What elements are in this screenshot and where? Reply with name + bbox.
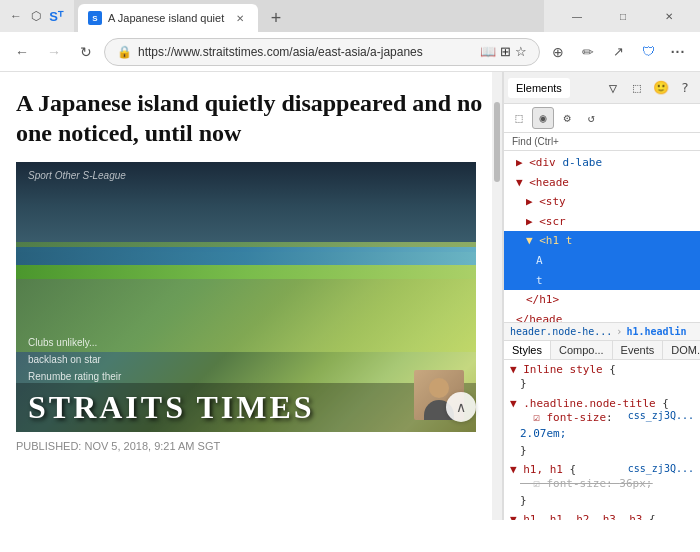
devtools-tab-bar: Elements ▽ ⬚ 🙂 ? — [504, 72, 700, 104]
title-bar-icons: ← ⬡ Sᵀ — [8, 8, 64, 24]
hub-button[interactable]: ⊕ — [544, 38, 572, 66]
style-rule-inline: ▼ Inline style { } — [510, 363, 694, 393]
address-bar-icons: 📖 ⊞ ☆ — [480, 44, 527, 59]
tree-node-header-close[interactable]: </heade — [504, 310, 700, 322]
tree-node-h1[interactable]: ▼ <h1 t — [504, 231, 700, 251]
computed-tab[interactable]: Compo... — [551, 341, 613, 359]
shield-icon: 🛡 — [642, 44, 655, 59]
devtools-search-bar: Find (Ctrl+ — [504, 133, 700, 151]
gear-icon: ⚙ — [563, 111, 570, 125]
refresh-button[interactable]: ↻ — [72, 38, 100, 66]
find-label: Find (Ctrl+ — [508, 135, 696, 148]
devtools-tree: ▶ <div d-labe ▼ <heade ▶ <sty ▶ <scr ▼ <… — [504, 151, 700, 322]
image-sub3: backlash on star — [28, 353, 416, 366]
new-tab-button[interactable]: + — [262, 4, 290, 32]
share-button[interactable]: ↗ — [604, 38, 632, 66]
style-prop-fontsize-36: ☑ font-size: 36px; — [510, 476, 694, 493]
scroll-up-icon: ∧ — [456, 399, 466, 415]
smiley-face-icon: 🙂 — [653, 80, 669, 95]
devtools-tab-icons: ▽ ⬚ 🙂 ? — [602, 77, 696, 99]
devtools-panel: Elements ▽ ⬚ 🙂 ? ⬚ — [503, 72, 700, 520]
tree-node-h1-close[interactable]: </h1> — [504, 290, 700, 310]
devtools-tab-elements[interactable]: Elements — [508, 78, 570, 98]
devtools-styles-panel: Styles Compo... Events DOM... ▼ Inline s… — [504, 340, 700, 520]
tree-node-style[interactable]: ▶ <sty — [504, 192, 700, 212]
image-overlay-text: Sport Other S-League — [28, 170, 464, 181]
image-newspaper-name: STRAITS TIMES — [16, 383, 476, 432]
style-rule-h1: ▼ h1, h1 css_zj3Q... { ☑ font-size: 36px… — [510, 463, 694, 509]
image-sub2: Clubs unlikely... — [28, 336, 416, 349]
image-sub1: Sport Other S-League — [28, 170, 464, 181]
published-text: PUBLISHED: NOV 5, 2018, 9:21 AM SGT — [16, 440, 220, 452]
forward-icon: → — [47, 44, 61, 60]
address-bar[interactable]: 🔒 https://www.straitstimes.com/asia/east… — [104, 38, 540, 66]
devtools-toolbar: ⬚ ◉ ⚙ ↺ — [504, 104, 700, 133]
devtools-smiley-icon[interactable]: 🙂 — [650, 77, 672, 99]
article-image: Sport Other S-League Clubs unlikely... b… — [16, 162, 476, 432]
back-icon: ← — [8, 8, 24, 24]
image-sub4: Renumbe rating their — [28, 370, 416, 383]
devtools-styles-tabs: Styles Compo... Events DOM... — [504, 341, 700, 360]
styles-tab[interactable]: Styles — [504, 341, 551, 359]
question-icon: ? — [681, 80, 689, 95]
article-title: A Japanese island quietly disappeared an… — [16, 88, 486, 148]
devtools-refresh-btn[interactable]: ↺ — [580, 107, 602, 129]
inspect-button[interactable]: ◉ — [532, 107, 554, 129]
forward-icon: ⬡ — [28, 8, 44, 24]
devtools-dock-icon[interactable]: ⬚ — [626, 77, 648, 99]
scroll-up-button[interactable]: ∧ — [446, 392, 476, 422]
style-rule-headline-close: } — [510, 443, 694, 460]
triangle-icon: ▽ — [609, 80, 617, 96]
refresh-devtools-icon: ↺ — [587, 111, 594, 125]
scrollbar-thumb[interactable] — [494, 102, 500, 182]
address-text: https://www.straitstimes.com/asia/east-a… — [138, 45, 474, 59]
maximize-button[interactable]: □ — [600, 0, 646, 32]
shield-button[interactable]: 🛡 — [634, 38, 662, 66]
tab-active[interactable]: S A Japanese island quiet ✕ — [78, 4, 258, 32]
more-button[interactable]: ··· — [664, 38, 692, 66]
nav-bar: ← → ↻ 🔒 https://www.straitstimes.com/asi… — [0, 32, 700, 72]
notes-button[interactable]: ✏ — [574, 38, 602, 66]
favorites-icon[interactable]: ☆ — [515, 44, 527, 59]
main-area: A Japanese island quietly disappeared an… — [0, 72, 700, 520]
tree-node-div[interactable]: ▶ <div d-labe — [504, 153, 700, 173]
tab-close-button[interactable]: ✕ — [232, 10, 248, 26]
webpage-panel: A Japanese island quietly disappeared an… — [0, 72, 503, 520]
tab-favicon: S — [88, 11, 102, 25]
devtools-settings-icon[interactable]: ▽ — [602, 77, 624, 99]
close-button[interactable]: ✕ — [646, 0, 692, 32]
tree-node-text-t[interactable]: t — [504, 271, 700, 291]
image-overlay-text2: Clubs unlikely... backlash on star Renum… — [28, 336, 416, 387]
more-icon: ··· — [671, 44, 686, 60]
dom-tab[interactable]: DOM... — [663, 341, 700, 359]
devtools-settings-gear[interactable]: ⚙ — [556, 107, 578, 129]
forward-button[interactable]: → — [40, 38, 68, 66]
webpage-content: A Japanese island quietly disappeared an… — [0, 72, 502, 456]
dock-icon: ⬚ — [633, 80, 641, 95]
image-green-strip — [16, 265, 476, 279]
style-rule-headline: ▼ .headline.node-title css_zj3Q... { ☑ f… — [510, 397, 694, 460]
webpage-scrollbar[interactable] — [492, 72, 502, 520]
breadcrumb-h1[interactable]: h1.headlin — [626, 326, 686, 337]
read-mode-icon[interactable]: 📖 — [480, 44, 496, 59]
published-bar: PUBLISHED: NOV 5, 2018, 9:21 AM SGT — [16, 432, 486, 456]
hub-icon: ⊕ — [552, 44, 564, 60]
image-blue-strip — [16, 247, 476, 265]
pen-icon: ✏ — [582, 44, 594, 60]
breadcrumb-header[interactable]: header.node-he... — [510, 326, 612, 337]
tree-node-header[interactable]: ▼ <heade — [504, 173, 700, 193]
back-button[interactable]: ← — [8, 38, 36, 66]
immersive-reader-icon[interactable]: ⊞ — [500, 44, 511, 59]
lock-icon: 🔒 — [117, 45, 132, 59]
events-tab[interactable]: Events — [613, 341, 664, 359]
article-image-wrapper: Sport Other S-League Clubs unlikely... b… — [16, 162, 486, 432]
toolbar-right: ⊕ ✏ ↗ 🛡 ··· — [544, 38, 692, 66]
style-rule-h123: ▼ h1, h1, h2, h3, h3 {css_zj3Q... { marg… — [510, 513, 694, 520]
tree-node-script[interactable]: ▶ <scr — [504, 212, 700, 232]
select-element-button[interactable]: ⬚ — [508, 107, 530, 129]
minimize-button[interactable]: — — [554, 0, 600, 32]
person-head — [429, 378, 449, 398]
devtools-help-icon[interactable]: ? — [674, 77, 696, 99]
cursor-icon: ⬚ — [515, 111, 522, 125]
tree-node-text-a[interactable]: A — [504, 251, 700, 271]
